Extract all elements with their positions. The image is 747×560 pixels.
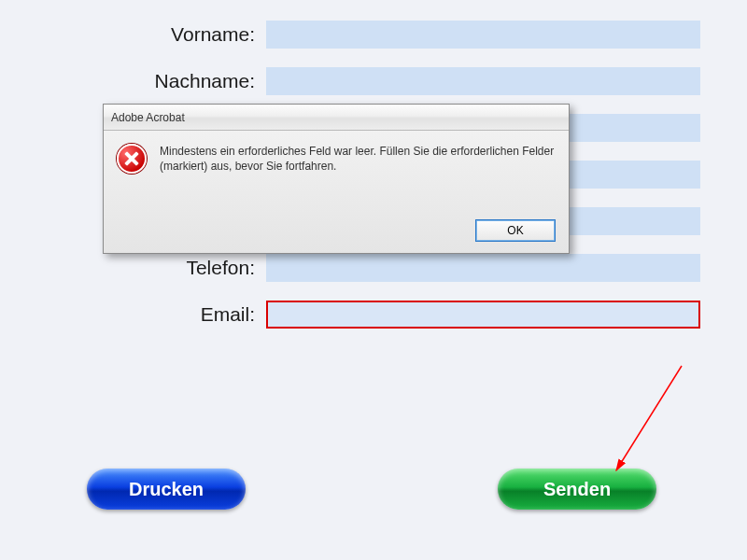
label-telefon: Telefon:: [56, 257, 266, 279]
input-nachname[interactable]: [266, 67, 700, 95]
print-button[interactable]: Drucken: [87, 469, 246, 510]
row-vorname: Vorname:: [56, 11, 700, 58]
ok-button[interactable]: OK: [475, 219, 556, 242]
error-icon: [117, 144, 147, 174]
row-nachname: Nachname:: [56, 58, 700, 105]
label-email: Email:: [56, 303, 266, 326]
input-telefon[interactable]: [266, 254, 700, 282]
svg-line-0: [616, 366, 682, 470]
send-button[interactable]: Senden: [498, 469, 656, 510]
error-dialog: Adobe Acrobat Mindestens ein erforderlic…: [103, 104, 570, 254]
label-vorname: Vorname:: [56, 23, 266, 46]
dialog-message: Mindestens ein erforderliches Feld war l…: [160, 144, 556, 174]
row-email: Email:: [56, 291, 700, 338]
input-email[interactable]: [266, 301, 700, 329]
dialog-body: Mindestens ein erforderliches Feld war l…: [104, 131, 569, 174]
dialog-footer: OK: [475, 217, 556, 242]
label-nachname: Nachname:: [56, 70, 266, 92]
dialog-title: Adobe Acrobat: [104, 105, 569, 131]
button-bar: Drucken Senden: [0, 469, 747, 525]
input-vorname[interactable]: [266, 21, 700, 49]
